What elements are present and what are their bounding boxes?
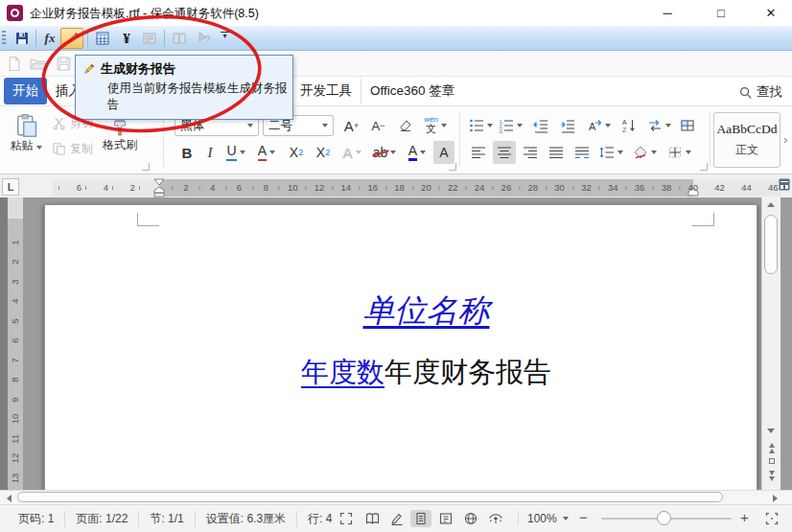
zoom-in-button[interactable]: +	[740, 509, 749, 525]
tab-开发工具[interactable]: 开发工具	[291, 78, 361, 104]
ruler-number: 12	[10, 451, 21, 466]
character-border-button[interactable]: A	[252, 141, 281, 164]
web-view-button[interactable]	[460, 510, 481, 527]
calculator-button[interactable]	[91, 28, 114, 49]
fit-page-button[interactable]	[761, 510, 782, 527]
decrease-indent-button[interactable]	[529, 114, 552, 137]
tab-stop-selector[interactable]: L	[2, 178, 19, 196]
context-help-button[interactable]: ?	[192, 28, 217, 49]
toolbar-options-chevron-icon[interactable]: ▾	[219, 30, 231, 46]
tab-开始[interactable]: 开始	[4, 78, 47, 104]
scroll-up-arrow-icon[interactable]	[767, 202, 775, 207]
increase-indent-button[interactable]	[556, 114, 579, 137]
save-file-button[interactable]	[56, 56, 72, 72]
zoom-level-dropdown[interactable]: 100%	[527, 512, 569, 525]
justify-button[interactable]	[545, 141, 568, 164]
paragraph-dialog-launcher[interactable]	[700, 163, 708, 171]
text-direction-button[interactable]: A	[583, 114, 614, 137]
scroll-left-arrow-icon[interactable]	[7, 495, 12, 502]
page-view-button[interactable]	[410, 510, 431, 527]
subscript-button[interactable]: X 2	[311, 141, 336, 164]
svg-text:3.: 3.	[499, 128, 503, 134]
clipboard-dialog-launcher[interactable]	[142, 163, 150, 171]
document-viewport[interactable]: 1234567891011121314 单位名称 年度数年度财务报告	[0, 197, 792, 490]
new-document-button[interactable]	[6, 56, 22, 72]
status-item[interactable]: 页码: 1	[8, 511, 64, 527]
year-field[interactable]: 年度数	[301, 357, 384, 387]
shrink-font-button[interactable]: A −	[366, 114, 390, 137]
generate-report-button[interactable]	[60, 28, 83, 49]
status-item[interactable]: 设置值: 6.3厘米	[195, 511, 296, 527]
v-ruler[interactable]: 1234567891011121314	[8, 197, 23, 490]
scroll-down-arrow-icon[interactable]	[767, 428, 775, 433]
highlight-button[interactable]: ab	[368, 141, 401, 164]
phonetic-guide-button[interactable]: wén 文	[420, 112, 451, 138]
font-color-button[interactable]: A	[403, 141, 431, 164]
superscript-button[interactable]: X 2	[284, 141, 309, 164]
ledger-button[interactable]	[168, 28, 191, 49]
format-painter-button[interactable]: 格式刷	[98, 111, 142, 171]
borders-button[interactable]	[664, 141, 694, 164]
close-button[interactable]: ✕	[750, 0, 792, 25]
scroll-right-arrow-icon[interactable]	[773, 495, 778, 502]
text-effects-button[interactable]: A	[338, 141, 366, 164]
select-browse-object-button[interactable]	[769, 458, 775, 464]
bold-button[interactable]: B	[176, 141, 198, 164]
clear-format-button[interactable]	[393, 114, 418, 137]
new-document-icon	[6, 56, 22, 72]
outline-view-button[interactable]	[435, 510, 456, 527]
sort-button[interactable]: A Z	[617, 114, 641, 137]
maximize-button[interactable]: □	[700, 0, 742, 25]
document-page[interactable]: 单位名称 年度数年度财务报告	[45, 205, 757, 490]
text-to-table-button[interactable]	[676, 114, 699, 137]
align-center-button[interactable]	[493, 141, 516, 164]
horizontal-scrollbar-thumb[interactable]	[17, 492, 723, 502]
save-button[interactable]	[12, 28, 33, 49]
paste-button[interactable]: 粘贴	[8, 111, 44, 171]
bullet-list-button[interactable]	[467, 114, 494, 137]
minimize-button[interactable]: ─	[646, 0, 688, 25]
report-card-button[interactable]	[138, 28, 161, 49]
paragraph-layout-button[interactable]	[644, 114, 673, 137]
style-gallery-more-icon[interactable]: ›	[783, 132, 787, 147]
eye-protection-button[interactable]	[485, 510, 506, 527]
formula-button[interactable]: fx	[40, 28, 59, 49]
align-left-button[interactable]	[467, 141, 490, 164]
previous-page-button[interactable]	[767, 443, 777, 453]
vertical-scrollbar-thumb[interactable]	[764, 215, 778, 274]
zoom-slider-knob[interactable]	[657, 511, 671, 525]
ink-edit-button[interactable]	[386, 510, 408, 527]
find-button[interactable]: 查找	[738, 83, 782, 101]
font-dialog-launcher[interactable]	[449, 163, 456, 171]
align-right-button[interactable]	[519, 141, 542, 164]
open-file-button[interactable]	[29, 56, 47, 72]
ruler-toggle-icon[interactable]	[779, 178, 790, 192]
next-page-button[interactable]	[767, 471, 777, 481]
double-up-icon	[769, 443, 775, 448]
currency-button[interactable]: ¥	[116, 28, 137, 49]
tab-Office360 签章[interactable]: Office360 签章	[361, 78, 463, 104]
style-gallery-item[interactable]: AaBbCcDd 正文	[713, 112, 780, 168]
underline-button[interactable]: U	[221, 141, 250, 164]
grow-font-button[interactable]: A +	[339, 114, 363, 137]
status-item[interactable]: 节: 1/1	[138, 511, 194, 527]
read-mode-button[interactable]	[361, 510, 383, 527]
copy-button[interactable]: 复制	[52, 141, 93, 157]
toolbar-grip-handle[interactable]	[2, 31, 6, 46]
numbered-list-button[interactable]: 1. 2. 3.	[497, 114, 524, 137]
fullscreen-button[interactable]	[336, 510, 357, 527]
document-report-line[interactable]: 年度数年度财务报告	[159, 354, 693, 392]
hanging-indent-marker[interactable]	[153, 187, 165, 197]
status-item[interactable]: 页面: 1/22	[64, 511, 138, 527]
document-company-title[interactable]: 单位名称	[159, 289, 693, 333]
company-name-field[interactable]: 单位名称	[363, 293, 490, 328]
distribute-button[interactable]	[571, 141, 594, 164]
first-line-indent-marker[interactable]	[153, 178, 165, 186]
shading-button[interactable]	[629, 141, 660, 164]
ruler-number: 8	[10, 372, 21, 387]
character-shading-button[interactable]: A	[433, 141, 454, 164]
italic-button[interactable]: I	[200, 141, 220, 164]
h-ruler[interactable]: 6422468101214161820222426283032343638404…	[21, 179, 780, 197]
zoom-out-button[interactable]: −	[579, 509, 588, 525]
line-spacing-button[interactable]	[596, 141, 625, 164]
